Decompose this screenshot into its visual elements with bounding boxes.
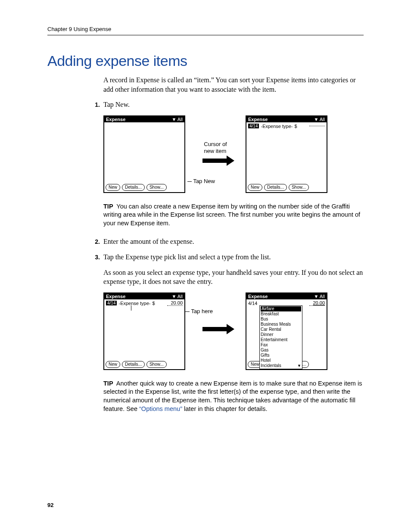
palm-screen-dropdown: Expense ▼ All 4/14 20.00 Airfare Breakfa…: [246, 292, 327, 370]
dropdown-item[interactable]: Fax: [261, 342, 301, 348]
amount-field[interactable]: 20.00: [167, 300, 183, 306]
step-3: 3. Tap the Expense type pick list and se…: [95, 252, 364, 286]
new-button[interactable]: New: [106, 184, 120, 191]
amount-field: 20.00: [309, 300, 325, 306]
show-button[interactable]: Show...: [146, 184, 167, 191]
step-number: 2.: [95, 237, 103, 246]
arrow-icon: [202, 327, 228, 331]
arrow-icon: [202, 159, 228, 163]
palm-body: 4/14 -Expense type- $ 20.00: [104, 299, 184, 360]
currency-symbol: $: [294, 124, 297, 129]
callout-tap-here-row: Tap here: [185, 308, 213, 314]
palm-footer: New Details... Show...: [246, 183, 327, 192]
callout-tap-new-row: Tap New: [187, 178, 215, 184]
palm-titlebar: Expense ▼ All: [104, 293, 184, 299]
palm-screen-before: Expense ▼ All New Details... Show...: [103, 115, 185, 193]
row-date: 4/14: [248, 124, 259, 128]
palm-titlebar: Expense ▼ All: [246, 116, 327, 122]
leader-line: [131, 305, 131, 311]
new-button[interactable]: New: [106, 361, 120, 368]
palm-titlebar: Expense ▼ All: [104, 116, 184, 122]
dropdown-item[interactable]: Entertainment: [261, 337, 301, 342]
tip-text: You can also create a new Expense item b…: [103, 203, 360, 227]
tip-1: TIP You can also create a new Expense it…: [103, 202, 364, 228]
dropdown-item[interactable]: Car Rental: [261, 327, 301, 332]
intro-paragraph: A record in Expense is called an “item.”…: [103, 75, 364, 94]
step-number: 3.: [95, 252, 103, 286]
dropdown-item[interactable]: Hotel: [261, 358, 301, 363]
palm-screen-amount: Expense ▼ All 4/14 -Expense type- $ 20.0…: [103, 292, 185, 370]
details-button[interactable]: Details...: [122, 184, 145, 191]
step-2: 2. Enter the amount of the expense.: [95, 237, 364, 246]
step-text: Tap New.: [103, 100, 364, 109]
palm-titlebar: Expense ▼ All: [246, 293, 327, 299]
tip-2: TIP Another quick way to create a new Ex…: [103, 380, 364, 413]
step-text: Enter the amount of the expense.: [103, 237, 364, 246]
category-filter[interactable]: ▼ All: [171, 294, 183, 299]
chapter-header: Chapter 9 Using Expense: [47, 26, 364, 35]
palm-body: 4/14 -Expense type- $: [246, 122, 327, 183]
row-type-placeholder[interactable]: -Expense type-: [118, 301, 150, 306]
dropdown-item[interactable]: Gifts: [261, 353, 301, 358]
category-filter[interactable]: ▼ All: [314, 294, 325, 299]
dropdown-item-selected[interactable]: Airfare: [261, 306, 301, 311]
tip-label: TIP: [103, 203, 113, 210]
callout-tap-new: Tap New: [193, 178, 215, 184]
section-title: Adding expense items: [47, 53, 364, 69]
expense-row[interactable]: 4/14 -Expense type- $ 20.00: [106, 300, 183, 306]
step-1: 1. Tap New.: [95, 100, 364, 109]
figure-1: Expense ▼ All New Details... Show... Cur…: [103, 115, 364, 193]
tip-label: TIP: [103, 380, 113, 387]
callout-tap-here: Tap here: [191, 308, 213, 314]
dropdown-item[interactable]: Bus: [261, 317, 301, 322]
palm-footer: New Details... Show...: [104, 183, 184, 192]
leader-line: [187, 181, 192, 182]
step-number: 1.: [95, 100, 103, 109]
figure-2: Expense ▼ All 4/14 -Expense type- $ 20.0…: [103, 292, 364, 370]
step-3-followup: As soon as you select an expense type, y…: [103, 268, 364, 286]
details-button[interactable]: Details...: [122, 361, 145, 368]
new-button[interactable]: New: [248, 184, 262, 191]
figure-2-callouts: Tap here: [185, 292, 246, 370]
amount-field[interactable]: [309, 126, 325, 126]
page-number: 92: [47, 502, 53, 508]
dropdown-item[interactable]: Incidentals: [261, 363, 301, 368]
step-3-line: Tap the Expense type pick list and selec…: [103, 253, 271, 261]
expense-type-dropdown[interactable]: Airfare Breakfast Bus Business Meals Car…: [259, 305, 302, 369]
row-type-placeholder[interactable]: -Expense type-: [261, 124, 293, 129]
app-title: Expense: [248, 117, 268, 122]
dropdown-item[interactable]: Breakfast: [261, 311, 301, 317]
row-date: 4/14: [106, 301, 117, 305]
palm-body: 4/14 20.00 Airfare Breakfast Bus Busines…: [246, 299, 327, 360]
app-title: Expense: [248, 294, 268, 299]
step-text: Tap the Expense type pick list and selec…: [103, 252, 364, 286]
show-button[interactable]: Show...: [289, 184, 309, 191]
details-button[interactable]: Details...: [264, 184, 287, 191]
show-button[interactable]: Show...: [146, 361, 167, 368]
callout-cursor: Cursor of new item: [204, 141, 227, 154]
category-filter[interactable]: ▼ All: [171, 117, 183, 122]
palm-footer: New Details... Show...: [104, 360, 184, 369]
options-menu-link[interactable]: “Options menu”: [139, 405, 182, 412]
dropdown-item[interactable]: Dinner: [261, 332, 301, 337]
dropdown-item[interactable]: Gas: [261, 348, 301, 353]
app-title: Expense: [106, 117, 125, 122]
currency-symbol: $: [152, 301, 155, 306]
app-title: Expense: [106, 294, 125, 299]
category-filter[interactable]: ▼ All: [314, 117, 325, 122]
palm-screen-after: Expense ▼ All 4/14 -Expense type- $ New …: [246, 115, 327, 193]
leader-line: [185, 311, 190, 312]
scroll-down-icon[interactable]: ▼: [297, 363, 301, 368]
palm-body: [104, 122, 184, 183]
row-date: 4/14: [248, 301, 257, 306]
dropdown-item[interactable]: Business Meals: [261, 322, 301, 327]
expense-row[interactable]: 4/14 -Expense type- $: [248, 123, 325, 129]
tip-2-text-b: later in this chapter for details.: [182, 405, 267, 412]
